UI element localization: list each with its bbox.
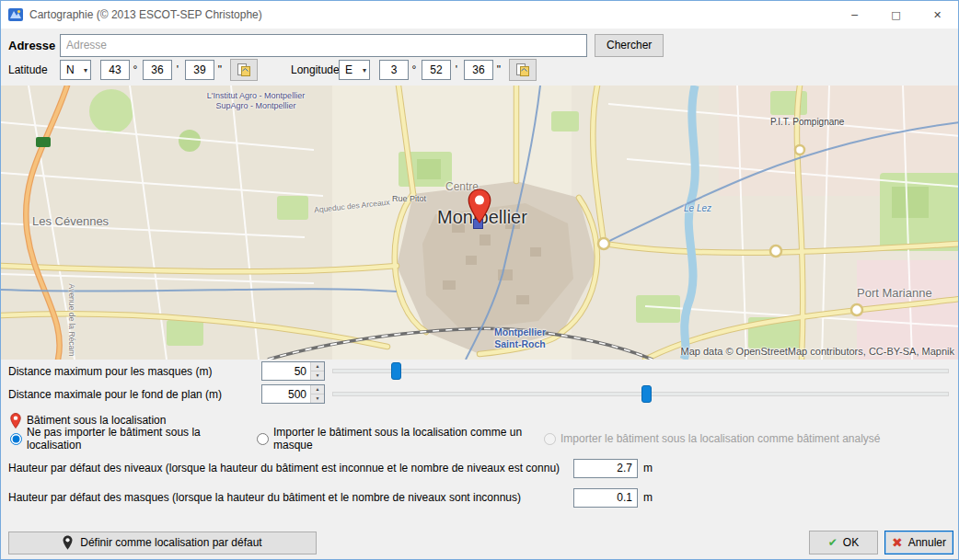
map-label-port-marianne: Port Marianne bbox=[857, 286, 932, 300]
levels-height-row: Hauteur par défaut des niveaux (lorsque … bbox=[1, 456, 958, 480]
cancel-label: Annuler bbox=[908, 536, 946, 549]
building-option-no-import-radio[interactable] bbox=[10, 433, 22, 445]
background-distance-row: Distance maximale pour le fond de plan (… bbox=[1, 383, 958, 406]
cancel-button[interactable]: ✖ Annuler bbox=[884, 531, 953, 554]
levels-height-label: Hauteur par défaut des niveaux (lorsque … bbox=[8, 462, 573, 474]
clipboard-map-icon bbox=[237, 63, 251, 77]
masks-height-unit: m bbox=[643, 491, 653, 504]
latitude-hemisphere-select[interactable]: N ▾ bbox=[60, 60, 91, 80]
ok-button[interactable]: ✔ OK bbox=[809, 531, 878, 554]
minimize-button[interactable]: ─ bbox=[834, 1, 875, 29]
building-option-label: Importer le bâtiment sous la localisatio… bbox=[273, 426, 544, 451]
latitude-hemisphere-value: N bbox=[66, 63, 75, 76]
building-group-title: Bâtiment sous la localisation bbox=[27, 414, 166, 427]
spin-up-icon[interactable]: ▲ bbox=[311, 362, 324, 371]
building-option-label: Importer le bâtiment sous la localisatio… bbox=[560, 432, 881, 445]
building-option-import-mask-radio[interactable] bbox=[257, 433, 269, 445]
degree-symbol: ° bbox=[133, 63, 138, 76]
building-option-no-import: Ne pas importer le bâtiment sous la loca… bbox=[10, 426, 257, 451]
longitude-seconds-input[interactable] bbox=[464, 60, 493, 80]
masks-distance-spinner: ▲ ▼ bbox=[310, 362, 324, 380]
longitude-label: Longitude bbox=[291, 63, 339, 76]
masks-distance-row: Distance maximum pour les masques (m) ▲ … bbox=[1, 360, 958, 383]
longitude-degrees-input[interactable] bbox=[379, 60, 409, 80]
slider-track bbox=[332, 392, 949, 396]
levels-height-input[interactable] bbox=[573, 459, 638, 478]
spin-down-icon[interactable]: ▼ bbox=[311, 394, 324, 403]
coordinates-row: Latitude N ▾ ° ' " Longitude E ▾ ° ' " bbox=[1, 60, 958, 86]
longitude-hemisphere-value: E bbox=[345, 63, 352, 76]
masks-height-label: Hauteur par défaut des masques (lorsque … bbox=[8, 491, 573, 504]
clipboard-map-icon bbox=[515, 63, 530, 77]
background-distance-spinbox: ▲ ▼ bbox=[261, 384, 325, 404]
degree-symbol: ° bbox=[411, 63, 417, 76]
map-view[interactable]: L'Institut Agro - Montpellier SupAgro - … bbox=[1, 86, 959, 360]
x-icon: ✖ bbox=[892, 535, 903, 550]
minute-symbol: ' bbox=[175, 63, 180, 76]
chevron-down-icon: ▾ bbox=[363, 66, 366, 74]
masks-height-input[interactable] bbox=[573, 488, 638, 508]
map-label-saint-roch-station: Montpellier Saint-Roch bbox=[483, 326, 557, 349]
footer: Définir comme localisation par défaut ✔ … bbox=[8, 531, 953, 554]
background-distance-input[interactable] bbox=[262, 385, 310, 403]
longitude-minutes-input[interactable] bbox=[422, 60, 451, 80]
building-option-import-analyzed: Importer le bâtiment sous la localisatio… bbox=[544, 432, 881, 445]
minute-symbol: ' bbox=[454, 63, 459, 76]
set-default-location-label: Définir comme localisation par défaut bbox=[80, 536, 261, 549]
location-marker-icon bbox=[468, 189, 491, 223]
set-default-location-button[interactable]: Définir comme localisation par défaut bbox=[8, 531, 317, 554]
second-symbol: " bbox=[496, 63, 502, 76]
map-label-les-cevennes: Les Cévennes bbox=[32, 214, 109, 228]
slider-thumb[interactable] bbox=[641, 385, 652, 403]
masks-distance-label: Distance maximum pour les masques (m) bbox=[8, 365, 261, 378]
background-distance-slider[interactable] bbox=[330, 384, 951, 404]
spin-down-icon[interactable]: ▼ bbox=[311, 371, 324, 380]
address-row: Adresse Chercher bbox=[1, 29, 958, 60]
masks-distance-spinbox: ▲ ▼ bbox=[261, 361, 325, 381]
latitude-degrees-input[interactable] bbox=[100, 60, 130, 80]
slider-thumb[interactable] bbox=[391, 362, 401, 380]
longitude-paste-button[interactable] bbox=[509, 59, 537, 81]
map-label-pit-pompignane: P.I.T. Pompignane bbox=[770, 117, 844, 127]
marker-dark-icon bbox=[63, 535, 73, 550]
map-label-le-lez: Le Lez bbox=[684, 203, 711, 213]
map-label-rue-pitot: Rue Pitot bbox=[392, 194, 426, 203]
ok-label: OK bbox=[843, 536, 859, 549]
maximize-button[interactable]: □ bbox=[875, 1, 917, 29]
second-symbol: " bbox=[217, 63, 223, 76]
slider-track bbox=[332, 369, 949, 373]
levels-height-unit: m bbox=[643, 462, 653, 474]
window-title: Cartographie (© 2013 ESCOT-SEP Christoph… bbox=[29, 8, 834, 21]
background-distance-label: Distance maximale pour le fond de plan (… bbox=[8, 388, 261, 401]
building-options-row: Ne pas importer le bâtiment sous la loca… bbox=[1, 429, 958, 451]
masks-distance-input[interactable] bbox=[262, 362, 310, 380]
address-label: Adresse bbox=[8, 39, 60, 52]
check-icon: ✔ bbox=[828, 536, 838, 549]
latitude-label: Latitude bbox=[8, 63, 60, 76]
masks-height-row: Hauteur par défaut des masques (lorsque … bbox=[1, 486, 958, 509]
address-input[interactable] bbox=[60, 34, 587, 57]
search-button[interactable]: Chercher bbox=[595, 34, 664, 57]
map-attribution: Map data © OpenStreetMap contributors, C… bbox=[681, 346, 955, 357]
app-icon bbox=[8, 7, 23, 22]
latitude-seconds-input[interactable] bbox=[185, 60, 214, 80]
spin-up-icon[interactable]: ▲ bbox=[311, 385, 324, 394]
latitude-minutes-input[interactable] bbox=[143, 60, 172, 80]
masks-distance-slider[interactable] bbox=[330, 361, 951, 381]
background-distance-spinner: ▲ ▼ bbox=[310, 385, 324, 403]
cartographie-window: Cartographie (© 2013 ESCOT-SEP Christoph… bbox=[0, 0, 959, 560]
building-option-import-analyzed-radio bbox=[544, 433, 556, 445]
map-label-institute: L'Institut Agro - Montpellier SupAgro - … bbox=[202, 91, 310, 112]
building-option-label: Ne pas importer le bâtiment sous la loca… bbox=[27, 426, 257, 451]
titlebar: Cartographie (© 2013 ESCOT-SEP Christoph… bbox=[1, 1, 958, 29]
longitude-hemisphere-select[interactable]: E ▾ bbox=[339, 60, 370, 80]
building-option-import-mask: Importer le bâtiment sous la localisatio… bbox=[257, 426, 544, 451]
map-label-avenue: Avenue de la Récam bbox=[67, 284, 76, 357]
latitude-paste-button[interactable] bbox=[230, 59, 258, 81]
close-button[interactable]: ✕ bbox=[917, 1, 958, 29]
chevron-down-icon: ▾ bbox=[84, 66, 87, 74]
